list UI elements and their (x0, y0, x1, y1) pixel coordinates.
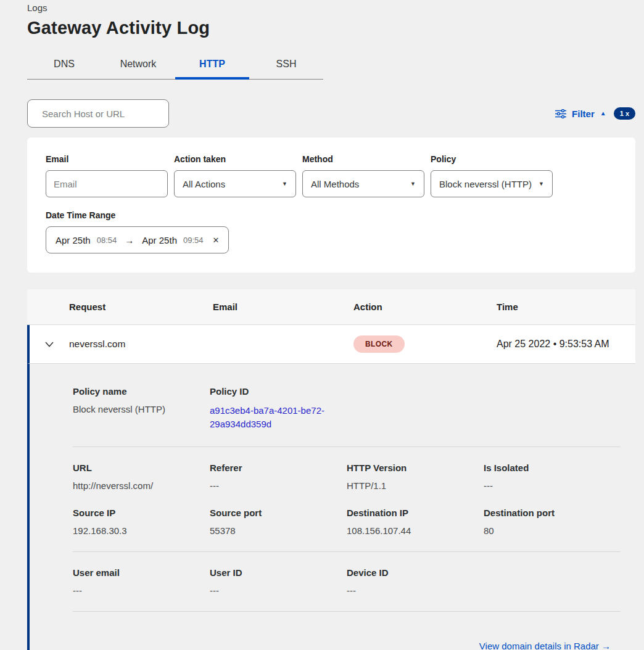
source-ip-field: Source IP 192.168.30.3 (73, 508, 210, 536)
filter-count-badge[interactable]: 1 x (614, 107, 635, 120)
device-id-label: Device ID (347, 567, 484, 578)
http-version-label: HTTP Version (347, 463, 484, 473)
caret-down-icon: ▼ (410, 181, 416, 187)
referer-label: Referer (210, 463, 347, 473)
user-id-label: User ID (210, 567, 347, 578)
range-start-date[interactable]: Apr 25th (56, 235, 91, 245)
view-domain-details-radar-link[interactable]: View domain details in Radar → (479, 641, 611, 650)
policy-id-field: Policy ID a91c3eb4-ba7a-4201-be72-29a934… (210, 386, 621, 431)
destination-ip-label: Destination IP (347, 508, 484, 518)
tab-ssh[interactable]: SSH (249, 51, 323, 79)
source-port-value: 55378 (210, 525, 347, 536)
range-end-time[interactable]: 09:54 (183, 236, 204, 245)
user-email-field: User email --- (73, 567, 210, 596)
row-detail-panel: Policy name Block neverssl (HTTP) Policy… (27, 364, 635, 650)
date-time-range-label: Date Time Range (46, 210, 617, 220)
activity-log-table: Request Email Action Time neverssl.com B… (27, 289, 635, 650)
policy-id-link[interactable]: a91c3eb4-ba7a-4201-be72-29a934dd359d (210, 404, 324, 431)
action-taken-label: Action taken (174, 154, 296, 164)
policy-field: Policy Block neverssl (HTTP) ▼ (431, 154, 553, 197)
section-divider (73, 551, 621, 552)
filter-toggle[interactable]: Filter ▲ 1 x (555, 107, 635, 120)
http-version-value: HTTP/1.1 (347, 480, 484, 491)
url-field: URL http://neverssl.com/ (73, 463, 210, 491)
url-value: http://neverssl.com/ (73, 480, 210, 491)
method-value: All Methods (311, 179, 359, 189)
action-taken-field: Action taken All Actions ▼ (174, 154, 296, 197)
tab-bar: DNS Network HTTP SSH (27, 51, 323, 80)
email-filter-input[interactable] (46, 170, 168, 197)
policy-select[interactable]: Block neverssl (HTTP) ▼ (431, 170, 553, 197)
radar-link-text: View domain details in Radar (479, 641, 599, 650)
user-id-field: User ID --- (210, 567, 347, 596)
column-header-time: Time (497, 302, 635, 312)
source-port-label: Source port (210, 508, 347, 518)
search-box[interactable] (27, 99, 169, 128)
source-ip-label: Source IP (73, 508, 210, 518)
date-time-range-picker[interactable]: Apr 25th 08:54 → Apr 25th 09:54 ✕ (46, 226, 229, 253)
destination-port-value: 80 (484, 525, 621, 536)
destination-port-field: Destination port 80 (484, 508, 621, 536)
gateway-activity-log-page: Logs Gateway Activity Log DNS Network HT… (0, 0, 644, 650)
tab-dns[interactable]: DNS (27, 51, 101, 79)
method-field: Method All Methods ▼ (302, 154, 424, 197)
policy-name-label: Policy name (73, 386, 210, 397)
device-id-field: Device ID --- (347, 567, 484, 596)
breadcrumb[interactable]: Logs (27, 2, 635, 13)
row-time: Apr 25 2022 • 9:53:53 AM (497, 339, 635, 350)
table-header-row: Request Email Action Time (27, 289, 635, 325)
destination-ip-field: Destination IP 108.156.107.44 (347, 508, 484, 536)
destination-ip-value: 108.156.107.44 (347, 525, 484, 536)
block-status-badge: BLOCK (353, 335, 405, 353)
policy-label: Policy (431, 154, 553, 164)
filter-sliders-icon (555, 109, 566, 118)
email-filter-field: Email (46, 154, 168, 197)
is-isolated-label: Is Isolated (484, 463, 621, 473)
is-isolated-field: Is Isolated --- (484, 463, 621, 491)
close-icon[interactable]: ✕ (213, 236, 220, 245)
column-header-request: Request (69, 302, 213, 312)
action-taken-select[interactable]: All Actions ▼ (174, 170, 296, 197)
source-port-field: Source port 55378 (210, 508, 347, 536)
arrow-right-icon: → (123, 235, 136, 245)
caret-down-icon: ▼ (282, 181, 287, 187)
filter-label: Filter (572, 109, 595, 119)
column-header-email: Email (213, 302, 353, 312)
source-ip-value: 192.168.30.3 (73, 525, 210, 536)
url-label: URL (73, 463, 210, 473)
http-version-field: HTTP Version HTTP/1.1 (347, 463, 484, 491)
referer-value: --- (210, 480, 347, 491)
caret-down-icon: ▼ (539, 181, 544, 187)
user-id-value: --- (210, 585, 347, 596)
arrow-right-icon: → (601, 641, 611, 650)
section-divider (73, 611, 621, 612)
page-title: Gateway Activity Log (27, 18, 635, 38)
toolbar: Filter ▲ 1 x (27, 99, 635, 128)
filter-panel: Email Action taken All Actions ▼ Method … (27, 138, 635, 273)
action-taken-value: All Actions (183, 179, 225, 189)
is-isolated-value: --- (484, 480, 621, 491)
caret-up-icon: ▲ (600, 110, 606, 117)
row-request: neverssl.com (69, 339, 213, 350)
user-email-label: User email (73, 567, 210, 578)
policy-name-field: Policy name Block neverssl (HTTP) (73, 386, 210, 431)
method-select[interactable]: All Methods ▼ (302, 170, 424, 197)
method-label: Method (302, 154, 424, 164)
policy-name-value: Block neverssl (HTTP) (73, 404, 210, 414)
email-filter-label: Email (46, 154, 168, 164)
policy-value: Block neverssl (HTTP) (439, 179, 532, 189)
table-row[interactable]: neverssl.com BLOCK Apr 25 2022 • 9:53:53… (27, 325, 635, 364)
tab-network[interactable]: Network (101, 51, 175, 79)
referer-field: Referer --- (210, 463, 347, 491)
chevron-down-icon[interactable] (45, 342, 54, 347)
section-divider (73, 446, 621, 447)
column-header-action: Action (353, 302, 497, 312)
range-end-date[interactable]: Apr 25th (142, 235, 177, 245)
search-input[interactable] (42, 109, 165, 119)
policy-id-label: Policy ID (210, 386, 621, 397)
device-id-value: --- (347, 585, 484, 596)
range-start-time[interactable]: 08:54 (97, 236, 117, 245)
user-email-value: --- (73, 585, 210, 596)
destination-port-label: Destination port (484, 508, 621, 518)
tab-http[interactable]: HTTP (175, 51, 249, 79)
